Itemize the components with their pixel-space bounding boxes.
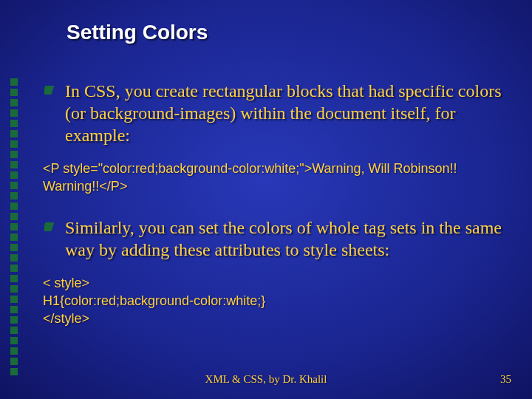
svg-rect-0 xyxy=(44,86,54,95)
bullet-icon xyxy=(44,221,56,233)
bullet-icon xyxy=(44,84,56,96)
code-example: < style> H1{color:red;background-color:w… xyxy=(43,274,502,328)
bullet-text: In CSS, you create rectangular blocks th… xyxy=(65,80,502,146)
bullet-text: Similarly, you can set the colors of who… xyxy=(65,216,502,261)
code-example: <P style="color:red;background-color:whi… xyxy=(43,160,502,196)
slide-title: Setting Colors xyxy=(66,21,502,44)
slide-content: Setting Colors In CSS, you create rectan… xyxy=(0,0,532,399)
bullet-item: In CSS, you create rectangular blocks th… xyxy=(65,80,502,146)
footer-text: XML & CSS, by Dr. Khalil xyxy=(0,373,532,386)
bullet-item: Similarly, you can set the colors of who… xyxy=(65,216,502,261)
svg-rect-1 xyxy=(44,222,54,231)
page-number: 35 xyxy=(500,373,511,386)
